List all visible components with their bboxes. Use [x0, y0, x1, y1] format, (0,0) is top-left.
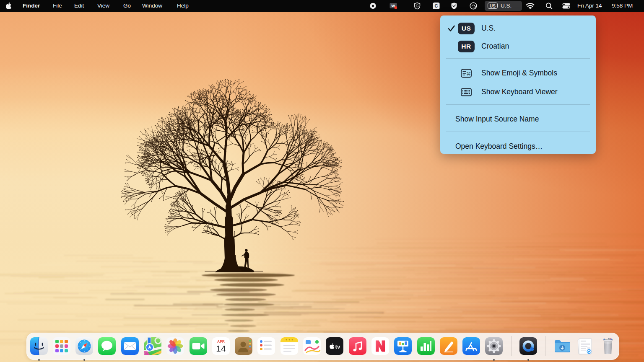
svg-text:APR: APR — [217, 339, 225, 344]
svg-text:C: C — [435, 3, 438, 8]
svg-text:tv: tv — [335, 344, 340, 350]
svg-text:14: 14 — [216, 344, 226, 353]
svg-text:⌘: ⌘ — [466, 71, 471, 76]
